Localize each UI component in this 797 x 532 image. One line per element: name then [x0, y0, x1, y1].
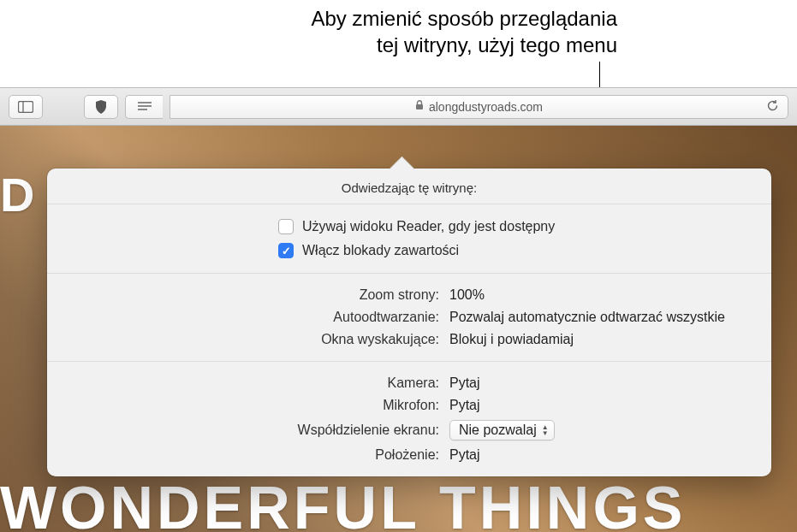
blocker-checkbox-row[interactable]: ✓ Włącz blokady zawartości	[47, 239, 771, 263]
popups-label: Okna wyskakujące:	[47, 332, 449, 347]
reload-button[interactable]	[766, 99, 779, 115]
chevron-updown-icon: ▲▼	[542, 424, 549, 436]
toolbar: alongdustyroads.com	[0, 88, 797, 126]
popover-section-bottom: Kamera: Pytaj Mikrofon: Pytaj Współdziel…	[47, 361, 771, 476]
sidebar-toggle-button[interactable]	[9, 95, 43, 119]
address-bar[interactable]: alongdustyroads.com	[170, 95, 788, 119]
page-content-background: D WONDERFUL THINGS Odwiedzając tę witryn…	[0, 126, 797, 532]
screenshare-label: Współdzielenie ekranu:	[47, 423, 449, 438]
screenshare-row: Współdzielenie ekranu: Nie pozwalaj ▲▼	[47, 417, 771, 444]
reader-checkbox[interactable]	[278, 219, 294, 234]
microphone-label: Mikrofon:	[47, 398, 449, 413]
location-value[interactable]: Pytaj	[449, 447, 480, 463]
url-text: alongdustyroads.com	[429, 100, 543, 114]
bg-text-bottom: WONDERFUL THINGS	[0, 474, 687, 532]
reader-icon	[138, 102, 152, 112]
reload-icon	[766, 99, 779, 112]
zoom-value[interactable]: 100%	[449, 287, 485, 303]
popups-value[interactable]: Blokuj i powiadamiaj	[449, 332, 574, 347]
microphone-row: Mikrofon: Pytaj	[47, 394, 771, 417]
autoplay-label: Autoodtwarzanie:	[47, 310, 449, 325]
blocker-checkbox-label: Włącz blokady zawartości	[302, 243, 459, 258]
camera-label: Kamera:	[47, 375, 449, 391]
reader-checkbox-label: Używaj widoku Reader, gdy jest dostępny	[302, 219, 555, 234]
svg-rect-5	[416, 104, 423, 109]
lock-icon	[415, 100, 424, 113]
camera-value[interactable]: Pytaj	[449, 375, 480, 391]
camera-row: Kamera: Pytaj	[47, 372, 771, 394]
sidebar-icon	[18, 101, 33, 113]
website-settings-popover: Odwiedzając tę witrynę: Używaj widoku Re…	[47, 168, 771, 476]
location-row: Położenie: Pytaj	[47, 444, 771, 466]
autoplay-row: Autoodtwarzanie: Pozwalaj automatycznie …	[47, 306, 771, 328]
popover-section-top: Używaj widoku Reader, gdy jest dostępny …	[47, 204, 771, 273]
microphone-value[interactable]: Pytaj	[449, 398, 480, 413]
screenshare-value: Nie pozwalaj	[459, 423, 537, 438]
bg-text-top: D	[0, 167, 36, 222]
popover-title: Odwiedzając tę witrynę:	[47, 168, 771, 204]
popover-section-middle: Zoom strony: 100% Autoodtwarzanie: Pozwa…	[47, 273, 771, 361]
zoom-row: Zoom strony: 100%	[47, 284, 771, 306]
screenshare-select[interactable]: Nie pozwalaj ▲▼	[449, 420, 555, 440]
blocker-checkbox[interactable]: ✓	[278, 243, 294, 258]
autoplay-value[interactable]: Pozwalaj automatycznie odtwarzać wszystk…	[449, 310, 725, 325]
shield-icon	[95, 100, 107, 114]
svg-rect-0	[19, 101, 33, 112]
annotation-text: Aby zmienić sposób przeglądania tej witr…	[311, 5, 617, 58]
annotation-line2: tej witryny, użyj tego menu	[311, 32, 617, 58]
popups-row: Okna wyskakujące: Blokuj i powiadamiaj	[47, 328, 771, 351]
browser-window: alongdustyroads.com D WONDERFUL THINGS O…	[0, 87, 797, 532]
location-label: Położenie:	[47, 447, 449, 463]
privacy-report-button[interactable]	[84, 95, 118, 119]
zoom-label: Zoom strony:	[47, 287, 449, 303]
annotation-line1: Aby zmienić sposób przeglądania	[311, 5, 617, 32]
reader-button[interactable]	[125, 95, 163, 119]
reader-checkbox-row[interactable]: Używaj widoku Reader, gdy jest dostępny	[47, 215, 771, 239]
